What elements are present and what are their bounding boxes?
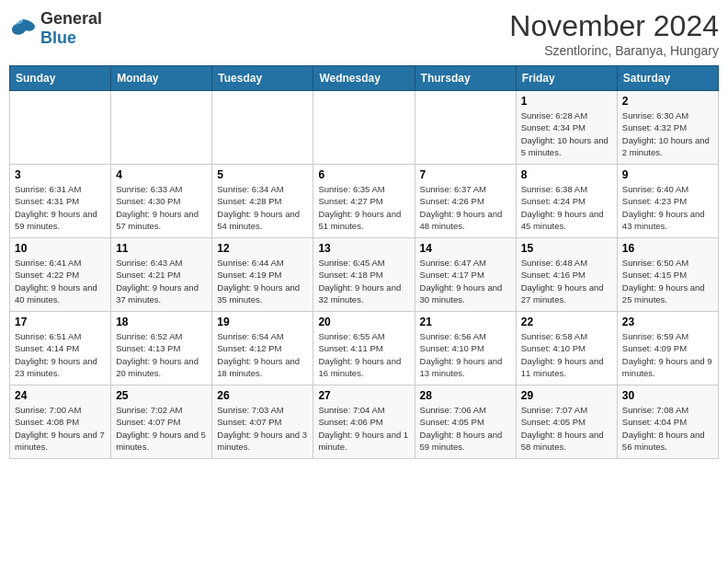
day-info: Sunrise: 7:06 AM Sunset: 4:05 PM Dayligh…: [420, 404, 511, 453]
day-number: 17: [15, 316, 106, 328]
calendar-body: 1Sunrise: 6:28 AM Sunset: 4:34 PM Daylig…: [10, 91, 719, 459]
day-number: 11: [116, 242, 207, 255]
day-info: Sunrise: 7:00 AM Sunset: 4:08 PM Dayligh…: [15, 404, 106, 453]
calendar-week-row: 3Sunrise: 6:31 AM Sunset: 4:31 PM Daylig…: [10, 165, 719, 238]
day-number: 29: [521, 389, 612, 402]
calendar-cell: 27Sunrise: 7:04 AM Sunset: 4:06 PM Dayli…: [313, 385, 415, 459]
calendar-cell: 9Sunrise: 6:40 AM Sunset: 4:23 PM Daylig…: [617, 165, 718, 238]
day-info: Sunrise: 6:40 AM Sunset: 4:23 PM Dayligh…: [622, 183, 713, 232]
location-subtitle: Szentlorinc, Baranya, Hungary: [509, 43, 719, 58]
calendar-cell: 14Sunrise: 6:47 AM Sunset: 4:17 PM Dayli…: [415, 238, 516, 312]
day-info: Sunrise: 6:43 AM Sunset: 4:21 PM Dayligh…: [116, 257, 207, 305]
calendar-cell: 25Sunrise: 7:02 AM Sunset: 4:07 PM Dayli…: [111, 385, 212, 459]
calendar-cell: 7Sunrise: 6:37 AM Sunset: 4:26 PM Daylig…: [415, 165, 516, 238]
calendar-cell: 3Sunrise: 6:31 AM Sunset: 4:31 PM Daylig…: [10, 165, 111, 238]
day-info: Sunrise: 6:33 AM Sunset: 4:30 PM Dayligh…: [116, 183, 207, 232]
day-info: Sunrise: 6:35 AM Sunset: 4:27 PM Dayligh…: [318, 183, 409, 232]
calendar-cell: 8Sunrise: 6:38 AM Sunset: 4:24 PM Daylig…: [516, 165, 617, 238]
logo-text: General Blue: [40, 9, 102, 48]
day-number: 20: [318, 316, 409, 328]
day-info: Sunrise: 6:56 AM Sunset: 4:10 PM Dayligh…: [420, 330, 511, 379]
calendar-cell: 29Sunrise: 7:07 AM Sunset: 4:05 PM Dayli…: [516, 385, 617, 459]
col-tuesday: Tuesday: [212, 66, 313, 91]
day-number: 19: [217, 316, 308, 328]
calendar-cell: 13Sunrise: 6:45 AM Sunset: 4:18 PM Dayli…: [313, 238, 415, 312]
day-number: 2: [622, 95, 713, 108]
calendar-cell: 26Sunrise: 7:03 AM Sunset: 4:07 PM Dayli…: [212, 385, 313, 459]
day-number: 13: [318, 242, 409, 255]
calendar-cell: [415, 91, 516, 165]
day-info: Sunrise: 6:54 AM Sunset: 4:12 PM Dayligh…: [217, 330, 308, 379]
calendar-cell: 20Sunrise: 6:55 AM Sunset: 4:11 PM Dayli…: [313, 312, 415, 385]
day-info: Sunrise: 7:02 AM Sunset: 4:07 PM Dayligh…: [116, 404, 207, 453]
day-info: Sunrise: 6:37 AM Sunset: 4:26 PM Dayligh…: [420, 183, 511, 232]
calendar-cell: 19Sunrise: 6:54 AM Sunset: 4:12 PM Dayli…: [212, 312, 313, 385]
calendar-table: Sunday Monday Tuesday Wednesday Thursday…: [9, 65, 719, 459]
day-info: Sunrise: 6:47 AM Sunset: 4:17 PM Dayligh…: [420, 257, 511, 305]
calendar-cell: 30Sunrise: 7:08 AM Sunset: 4:04 PM Dayli…: [617, 385, 718, 459]
day-info: Sunrise: 6:48 AM Sunset: 4:16 PM Dayligh…: [521, 257, 612, 305]
calendar-week-row: 24Sunrise: 7:00 AM Sunset: 4:08 PM Dayli…: [10, 385, 719, 459]
day-number: 25: [116, 389, 207, 402]
calendar-cell: 2Sunrise: 6:30 AM Sunset: 4:32 PM Daylig…: [617, 91, 718, 165]
day-number: 27: [318, 389, 409, 402]
day-number: 8: [521, 168, 612, 181]
day-info: Sunrise: 6:28 AM Sunset: 4:34 PM Dayligh…: [521, 109, 612, 158]
day-number: 1: [521, 95, 612, 108]
calendar-week-row: 17Sunrise: 6:51 AM Sunset: 4:14 PM Dayli…: [10, 312, 719, 385]
day-info: Sunrise: 6:41 AM Sunset: 4:22 PM Dayligh…: [15, 257, 106, 305]
day-number: 16: [622, 242, 713, 255]
day-number: 6: [318, 168, 409, 181]
day-info: Sunrise: 7:07 AM Sunset: 4:05 PM Dayligh…: [521, 404, 612, 453]
day-number: 15: [521, 242, 612, 255]
col-friday: Friday: [516, 66, 617, 91]
calendar-cell: [313, 91, 415, 165]
calendar-cell: 10Sunrise: 6:41 AM Sunset: 4:22 PM Dayli…: [10, 238, 111, 312]
day-info: Sunrise: 6:45 AM Sunset: 4:18 PM Dayligh…: [318, 257, 409, 305]
day-info: Sunrise: 6:30 AM Sunset: 4:32 PM Dayligh…: [622, 109, 713, 158]
calendar-cell: 16Sunrise: 6:50 AM Sunset: 4:15 PM Dayli…: [617, 238, 718, 312]
calendar-cell: 5Sunrise: 6:34 AM Sunset: 4:28 PM Daylig…: [212, 165, 313, 238]
day-number: 3: [15, 168, 106, 181]
col-saturday: Saturday: [617, 66, 718, 91]
day-number: 28: [420, 389, 511, 402]
calendar-cell: 18Sunrise: 6:52 AM Sunset: 4:13 PM Dayli…: [111, 312, 212, 385]
month-title: November 2024: [509, 9, 719, 43]
day-info: Sunrise: 6:31 AM Sunset: 4:31 PM Dayligh…: [15, 183, 106, 232]
day-info: Sunrise: 6:51 AM Sunset: 4:14 PM Dayligh…: [15, 330, 106, 379]
header: General Blue November 2024 Szentlorinc, …: [9, 9, 719, 58]
header-row: Sunday Monday Tuesday Wednesday Thursday…: [10, 66, 719, 91]
calendar-cell: 11Sunrise: 6:43 AM Sunset: 4:21 PM Dayli…: [111, 238, 212, 312]
day-info: Sunrise: 6:59 AM Sunset: 4:09 PM Dayligh…: [622, 330, 713, 379]
day-number: 18: [116, 316, 207, 328]
day-number: 14: [420, 242, 511, 255]
day-number: 22: [521, 316, 612, 328]
day-number: 21: [420, 316, 511, 328]
col-sunday: Sunday: [10, 66, 111, 91]
calendar-cell: 4Sunrise: 6:33 AM Sunset: 4:30 PM Daylig…: [111, 165, 212, 238]
calendar-cell: 15Sunrise: 6:48 AM Sunset: 4:16 PM Dayli…: [516, 238, 617, 312]
calendar-cell: 1Sunrise: 6:28 AM Sunset: 4:34 PM Daylig…: [516, 91, 617, 165]
day-info: Sunrise: 7:04 AM Sunset: 4:06 PM Dayligh…: [318, 404, 409, 453]
day-info: Sunrise: 7:03 AM Sunset: 4:07 PM Dayligh…: [217, 404, 308, 453]
day-number: 5: [217, 168, 308, 181]
day-info: Sunrise: 6:52 AM Sunset: 4:13 PM Dayligh…: [116, 330, 207, 379]
calendar-cell: 24Sunrise: 7:00 AM Sunset: 4:08 PM Dayli…: [10, 385, 111, 459]
day-number: 26: [217, 389, 308, 402]
calendar-week-row: 1Sunrise: 6:28 AM Sunset: 4:34 PM Daylig…: [10, 91, 719, 165]
calendar-cell: 23Sunrise: 6:59 AM Sunset: 4:09 PM Dayli…: [617, 312, 718, 385]
day-info: Sunrise: 7:08 AM Sunset: 4:04 PM Dayligh…: [622, 404, 713, 453]
day-number: 4: [116, 168, 207, 181]
col-wednesday: Wednesday: [313, 66, 415, 91]
calendar-week-row: 10Sunrise: 6:41 AM Sunset: 4:22 PM Dayli…: [10, 238, 719, 312]
day-info: Sunrise: 6:55 AM Sunset: 4:11 PM Dayligh…: [318, 330, 409, 379]
day-number: 30: [622, 389, 713, 402]
day-number: 23: [622, 316, 713, 328]
calendar-header: Sunday Monday Tuesday Wednesday Thursday…: [10, 66, 719, 91]
day-info: Sunrise: 6:34 AM Sunset: 4:28 PM Dayligh…: [217, 183, 308, 232]
title-area: November 2024 Szentlorinc, Baranya, Hung…: [509, 9, 719, 58]
calendar-cell: 17Sunrise: 6:51 AM Sunset: 4:14 PM Dayli…: [10, 312, 111, 385]
calendar-cell: [212, 91, 313, 165]
logo: General Blue: [9, 9, 102, 48]
calendar-cell: 21Sunrise: 6:56 AM Sunset: 4:10 PM Dayli…: [415, 312, 516, 385]
